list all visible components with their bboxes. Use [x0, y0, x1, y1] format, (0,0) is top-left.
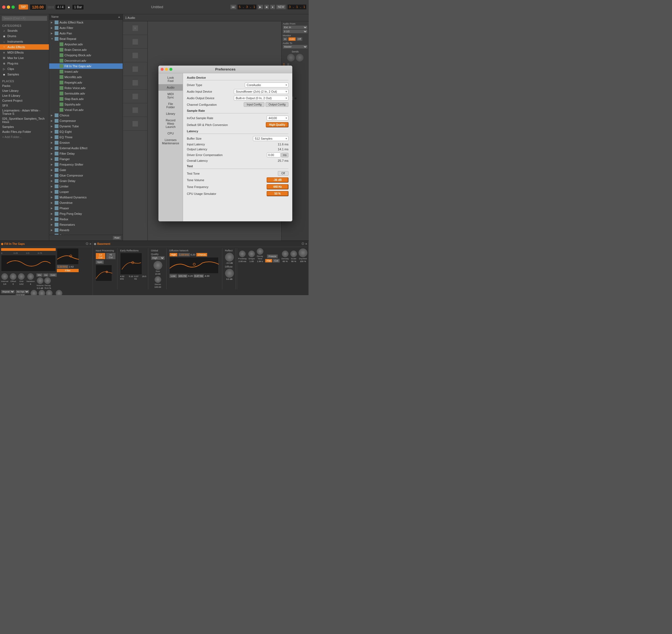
file-item-grain-delay[interactable]: ▶ Grain Delay: [49, 178, 123, 184]
fill-in-gaps-led[interactable]: [1, 243, 3, 245]
time-sig[interactable]: 4 / 4: [55, 4, 65, 10]
audio-from-ch-select[interactable]: II 1/2: [283, 29, 308, 33]
new-button[interactable]: NEW: [276, 5, 286, 9]
file-item-vocal-fun[interactable]: Vocal Fun.adv: [49, 107, 123, 113]
pitch-decay-knob[interactable]: [56, 290, 62, 295]
cut-btn[interactable]: Cut: [273, 259, 280, 263]
repeat-select[interactable]: Repeat: [1, 290, 15, 293]
stereo-knob[interactable]: [154, 276, 161, 283]
clip-slot-empty-3[interactable]: [132, 66, 138, 72]
file-item-dynamic-tube[interactable]: ▶ Dynamic Tube: [49, 123, 123, 129]
minimize-button[interactable]: [7, 5, 10, 9]
scale-knob[interactable]: [290, 251, 297, 257]
send-a-knob[interactable]: [287, 54, 295, 62]
maximize-button[interactable]: [11, 5, 15, 9]
file-item-fill-in-gaps[interactable]: Fill In The Gaps.adv: [49, 64, 123, 69]
quality-select[interactable]: High: [151, 256, 165, 260]
file-item-deconstruct[interactable]: Deconstruct.adv: [49, 58, 123, 64]
play-button[interactable]: ▶: [258, 5, 263, 9]
file-item-gate[interactable]: ▶ Gate: [49, 167, 123, 173]
file-item-airpusher[interactable]: Airpusher.adv: [49, 42, 123, 47]
clip-slot-8[interactable]: [123, 117, 147, 131]
diffuse-knob[interactable]: [225, 269, 234, 278]
shape-knob[interactable]: [248, 251, 255, 257]
basement-x-icon[interactable]: ✕: [305, 243, 307, 245]
file-item-eq-eight[interactable]: ▶ EQ Eight: [49, 129, 123, 135]
file-item-redux[interactable]: ▶ Redux: [49, 216, 123, 222]
density-knob[interactable]: [282, 251, 288, 257]
no-trpl-select[interactable]: No Trpl: [16, 290, 29, 293]
prefs-midi-sync[interactable]: MIDISync: [159, 91, 183, 100]
clip-slot-7[interactable]: [123, 103, 147, 117]
monitor-off-btn[interactable]: Off: [296, 37, 303, 41]
file-item-resonators[interactable]: ▶ Resonators: [49, 222, 123, 227]
file-item-slap-back[interactable]: Slap Back.adv: [49, 96, 123, 102]
place-packs[interactable]: Packs: [0, 83, 49, 88]
sidebar-item-max-for-live[interactable]: M Max for Live: [0, 55, 49, 61]
file-item-phaser[interactable]: ▶ Phaser: [49, 206, 123, 211]
monitor-in-btn[interactable]: In: [283, 37, 288, 41]
prefs-minimize-btn[interactable]: [165, 68, 168, 71]
place-spunkface[interactable]: 026_Spunkface Samplers_Tech Hous: [0, 116, 49, 124]
size-knob[interactable]: [153, 261, 162, 270]
clip-slot-empty-2[interactable]: [132, 52, 138, 58]
file-item-reverb[interactable]: ▶ Reverb: [49, 227, 123, 233]
pitch-knob[interactable]: [46, 290, 52, 295]
file-item-frequency-shifter[interactable]: ▶ Frequency Shifter: [49, 162, 123, 167]
sidebar-item-audio-effects[interactable]: ~ Audio Effects: [0, 44, 49, 50]
file-item-eq-three[interactable]: ▶ EQ Three: [49, 135, 123, 140]
variation-knob[interactable]: [27, 273, 34, 280]
place-live8-library[interactable]: Live 8 Library: [0, 93, 49, 98]
hi-cut-btn[interactable]: Hi Cut: [106, 253, 116, 259]
decay-time-knob[interactable]: [257, 248, 263, 255]
clip-slot-empty-6[interactable]: [132, 107, 138, 113]
clip-slot-1[interactable]: ▪: [123, 21, 147, 35]
fill-in-gaps-x-icon[interactable]: ✕: [89, 243, 92, 245]
file-item-beat-repeat[interactable]: ▼ Beat Repeat: [49, 36, 123, 42]
monitor-auto-btn[interactable]: Auto: [288, 37, 296, 41]
close-button[interactable]: [2, 5, 5, 9]
prefs-look-feel[interactable]: LookFeel: [159, 74, 183, 84]
place-audio-files[interactable]: Audio Files.zip Folder: [0, 129, 49, 134]
prefs-licenses[interactable]: LicensesMaintenance: [159, 137, 183, 146]
loop-length[interactable]: 1 Bar: [72, 4, 84, 10]
clip-slot-empty-1[interactable]: [132, 39, 138, 45]
basement-info-icon[interactable]: ⓘ: [302, 242, 304, 246]
freeze-btn[interactable]: Freeze: [267, 254, 278, 258]
lo-cut-btn[interactable]: Lo Cut: [96, 253, 105, 259]
file-item-repeight[interactable]: Repeight.adv: [49, 80, 123, 85]
buffer-size-select[interactable]: 512 Samples: [253, 136, 288, 141]
tempo-display[interactable]: 120.00: [30, 4, 46, 10]
place-samples[interactable]: Samples: [0, 124, 49, 129]
mix-btn[interactable]: Mix: [36, 273, 42, 277]
record-button[interactable]: ●: [270, 5, 275, 9]
audio-to-select[interactable]: Master: [283, 45, 308, 49]
sidebar-item-plugins[interactable]: ⊕ Plug-ins: [0, 61, 49, 66]
chorus-btn[interactable]: Chorus: [196, 253, 207, 257]
tone-freq-val[interactable]: 440 Hz: [267, 184, 288, 189]
file-item-compressor[interactable]: ▶ Compressor: [49, 118, 123, 123]
sidebar-item-samples[interactable]: ◆ Samples: [0, 72, 49, 77]
clip-slot-empty-4[interactable]: [132, 80, 138, 86]
chance-knob[interactable]: [31, 290, 37, 295]
gate-knob[interactable]: [39, 290, 45, 295]
cpu-sim-val[interactable]: 50 %: [267, 191, 288, 196]
clip-slot-3[interactable]: [123, 49, 147, 62]
prefs-cpu[interactable]: CPU: [159, 130, 183, 137]
grid-knob[interactable]: [18, 273, 25, 280]
file-item-saturator[interactable]: ▶ Saturator: [49, 233, 123, 235]
place-sfx[interactable]: SFX: [0, 103, 49, 108]
driver-error-input[interactable]: [267, 152, 281, 158]
stop-button[interactable]: ■: [264, 5, 269, 9]
low-btn[interactable]: Low: [169, 274, 177, 278]
place-loopmasters[interactable]: Loopmasters - Adam White - Trance S: [0, 108, 49, 116]
file-item-auto-filter[interactable]: ▶ Auto Filter: [49, 25, 123, 31]
tap-button[interactable]: TAP: [19, 4, 28, 9]
send-b-knob[interactable]: [296, 54, 304, 62]
filter-btn[interactable]: Filter: [57, 269, 79, 272]
raw-button[interactable]: Raw: [113, 236, 121, 240]
file-item-audio-effect-rack[interactable]: ▶ Audio Effect Rack: [49, 20, 123, 25]
prefs-record-warp[interactable]: RecordWarpLaunch: [159, 117, 183, 130]
file-item-looper[interactable]: ▶ Looper: [49, 189, 123, 194]
dry-wet-knob[interactable]: [298, 249, 307, 257]
